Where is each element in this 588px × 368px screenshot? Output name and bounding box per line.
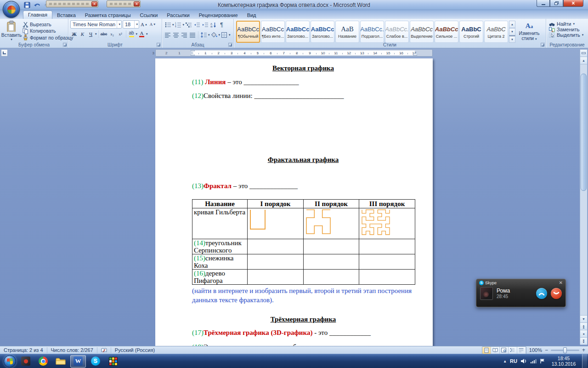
subscript-button[interactable]: x₂ xyxy=(108,30,116,38)
fullscreen-reading-view-button[interactable] xyxy=(491,347,500,354)
title-bar[interactable]: ▾ × × Компьютерная графика Форма ответа.… xyxy=(0,0,588,10)
scrollbar-track[interactable] xyxy=(580,64,587,315)
numbered-list-button[interactable]: 123 xyxy=(175,21,182,29)
taskbar-explorer-button[interactable] xyxy=(53,355,68,368)
style-item-zagolovok1[interactable]: АаBbCсЗаголово... xyxy=(286,21,310,43)
previous-page-button[interactable]: ▲▲ xyxy=(580,322,587,330)
tab-vstavka[interactable]: Вставка xyxy=(52,11,80,19)
taskbar-app-button[interactable] xyxy=(18,355,34,368)
chevron-down-icon[interactable]: ▾ xyxy=(208,33,210,37)
taskbar-chrome-button[interactable] xyxy=(35,355,51,368)
horizontal-ruler[interactable]: 3211234567891011121314151617 xyxy=(155,49,433,57)
close-icon[interactable]: ✕ xyxy=(559,281,563,285)
multilevel-list-button[interactable] xyxy=(185,21,192,29)
tab-razmetka[interactable]: Разметка страницы xyxy=(80,11,136,19)
align-left-button[interactable] xyxy=(164,31,172,39)
dialog-launcher-icon[interactable] xyxy=(157,43,161,47)
style-item-strogiy[interactable]: АаBbCСтрогий xyxy=(459,21,483,43)
page-indicator[interactable]: Страница: 2 из 4 xyxy=(0,347,47,353)
style-item-slaboe-vydelenie[interactable]: АаBbCс.Слабое в... xyxy=(385,21,409,43)
start-button[interactable] xyxy=(4,355,16,368)
dialog-launcher-icon[interactable] xyxy=(63,43,67,47)
document-page[interactable]: Векторная графика (11) Линия – это _____… xyxy=(155,58,433,346)
action-center-flag-icon[interactable] xyxy=(540,358,545,364)
paste-button[interactable]: Вставить ▾ xyxy=(2,20,21,42)
restore-button[interactable] xyxy=(550,0,563,7)
chevron-down-icon[interactable]: ▾ xyxy=(219,33,220,37)
italic-button[interactable]: К xyxy=(79,30,86,38)
strikethrough-button[interactable]: abc xyxy=(100,30,108,38)
answer-call-button[interactable] xyxy=(536,288,547,299)
vertical-scrollbar[interactable]: ▲ ▼ ▲▲ ● ▼▼ xyxy=(580,49,588,345)
style-item-nazvanie[interactable]: АаВНазвание xyxy=(335,21,359,43)
word-count[interactable]: Число слов: 2/267 xyxy=(47,347,97,353)
office-button[interactable] xyxy=(3,1,20,18)
style-item-podzagolovok[interactable]: АаBbCс.Подзагол... xyxy=(360,21,384,43)
scroll-up-button[interactable]: ▲ xyxy=(580,57,587,64)
style-item-zagolovok2[interactable]: АаBbCсЗаголово... xyxy=(311,21,334,43)
web-layout-view-button[interactable] xyxy=(500,347,509,354)
tab-rassylki[interactable]: Рассылки xyxy=(162,11,194,19)
style-item-vydelenie[interactable]: АаBbCсВыделение xyxy=(410,21,434,43)
style-item-citata2[interactable]: АаBbCЦитата 2 xyxy=(484,21,508,43)
cut-button[interactable]: Вырезать xyxy=(23,21,73,28)
bold-button[interactable]: Ж xyxy=(70,30,78,38)
taskbar-clock[interactable]: 18:45 13.10.2016 xyxy=(548,356,579,367)
shading-button[interactable] xyxy=(210,31,218,39)
gallery-up-icon[interactable]: ▲ xyxy=(509,21,515,28)
taskbar-skype-button[interactable]: S xyxy=(88,355,103,368)
style-item-obychny[interactable]: АаBbCс¶Обычный xyxy=(236,21,260,43)
language-indicator[interactable]: Русский (Россия) xyxy=(111,347,158,353)
align-right-button[interactable] xyxy=(181,31,188,39)
next-page-button[interactable]: ▼▼ xyxy=(580,337,587,345)
tab-vid[interactable]: Вид xyxy=(243,11,261,19)
change-styles-button[interactable]: Аа Изменить стили ▾ xyxy=(516,21,542,43)
chevron-down-icon[interactable]: ▾ xyxy=(136,32,138,36)
tab-recenzirovanie[interactable]: Рецензирование xyxy=(194,11,243,19)
shrink-font-button[interactable]: А▼ xyxy=(149,20,157,29)
dialog-launcher-icon[interactable] xyxy=(541,43,545,47)
sort-button[interactable]: АЯ xyxy=(209,21,217,29)
font-color-button[interactable]: А xyxy=(138,30,146,38)
tab-glavnaya[interactable]: Главная xyxy=(23,11,52,19)
print-layout-view-button[interactable] xyxy=(482,347,491,354)
superscript-button[interactable]: x² xyxy=(117,30,124,38)
select-browse-object-button[interactable]: ● xyxy=(580,330,587,337)
show-desktop-button[interactable] xyxy=(582,354,587,368)
format-painter-button[interactable]: Формат по образцу xyxy=(23,34,73,41)
background-window[interactable]: × xyxy=(46,0,98,7)
taskbar-game-button[interactable] xyxy=(105,355,121,368)
language-indicator-tray[interactable]: RU xyxy=(510,358,517,364)
grow-font-button[interactable]: А▲ xyxy=(140,20,148,29)
zoom-level[interactable]: 100% xyxy=(529,347,542,353)
tab-stop-selector[interactable] xyxy=(1,49,8,57)
scroll-down-button[interactable]: ▼ xyxy=(580,315,587,322)
outline-view-button[interactable] xyxy=(509,347,517,354)
style-item-bez-intervala[interactable]: АаBbCс¶Без инте... xyxy=(261,21,285,43)
gallery-down-icon[interactable]: ▼ xyxy=(509,28,515,35)
highlight-color-button[interactable]: ab xyxy=(128,30,136,38)
draft-view-button[interactable] xyxy=(517,347,526,354)
copy-button[interactable]: Копировать xyxy=(23,28,73,34)
chevron-down-icon[interactable]: ▾ xyxy=(229,33,231,37)
style-item-silnoe-vydelenie[interactable]: АаBbCсСильное ... xyxy=(435,21,458,43)
chevron-down-icon[interactable]: ▾ xyxy=(183,23,185,27)
replace-button[interactable]: Заменить xyxy=(549,27,585,32)
justify-button[interactable] xyxy=(189,31,197,39)
close-icon[interactable]: × xyxy=(134,1,140,6)
zoom-in-button[interactable]: + xyxy=(582,347,585,353)
dialog-launcher-icon[interactable] xyxy=(228,43,232,47)
find-button[interactable]: Найти ▾ xyxy=(549,21,585,27)
close-button[interactable]: × xyxy=(563,0,583,7)
bullet-list-button[interactable] xyxy=(164,21,172,29)
taskbar-word-button[interactable]: W xyxy=(70,355,86,368)
tab-ssylki[interactable]: Ссылки xyxy=(136,11,163,19)
background-window[interactable]: × xyxy=(107,0,141,7)
zoom-slider[interactable] xyxy=(551,350,579,351)
scrollbar-thumb[interactable] xyxy=(581,74,587,191)
font-size-combobox[interactable]: 18 ▾ xyxy=(123,20,139,29)
save-button[interactable] xyxy=(23,1,31,9)
undo-button[interactable] xyxy=(33,1,41,9)
gallery-more-icon[interactable]: ▼ xyxy=(509,35,515,43)
network-icon[interactable] xyxy=(530,358,537,364)
